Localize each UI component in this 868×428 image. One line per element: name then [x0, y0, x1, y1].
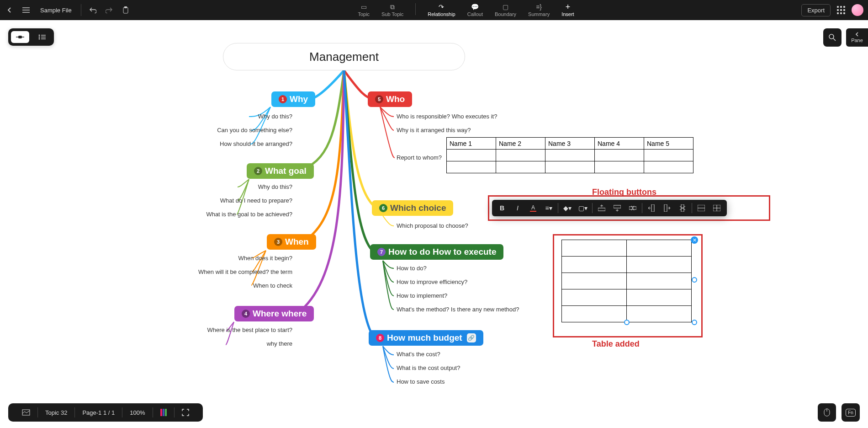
sub-when-2[interactable]: When will it be completed? the term	[151, 268, 292, 275]
new-table[interactable]	[561, 240, 692, 322]
branch-howdo[interactable]: 7How to do How to execute	[370, 244, 503, 260]
svg-point-6	[829, 34, 834, 39]
border-button[interactable]: ▢▾	[577, 202, 589, 214]
apps-grid-icon[interactable]	[837, 6, 845, 14]
insert-row-below-button[interactable]	[611, 202, 624, 214]
insert-row-above-button[interactable]	[595, 202, 608, 214]
sub-who-1[interactable]: Who is responsible? Who executes it?	[397, 113, 497, 120]
sub-goal-2[interactable]: What do I need to prepare?	[174, 197, 292, 204]
svg-rect-8	[614, 205, 621, 208]
sub-why-2[interactable]: Can you do something else?	[174, 127, 292, 134]
font-color-button[interactable]: A	[527, 202, 540, 214]
canvas[interactable]: Pane Management 1Why	[0, 20, 868, 428]
delete-col-button[interactable]	[676, 202, 689, 214]
sub-why-1[interactable]: Why do this?	[196, 113, 292, 120]
sub-who-3[interactable]: Report to whom?	[397, 154, 442, 161]
tool-subtopic[interactable]: ⧉ Sub Topic	[381, 3, 403, 17]
outline-view-button[interactable]	[33, 31, 51, 43]
resize-handle-corner[interactable]	[692, 320, 697, 325]
svg-rect-10	[651, 204, 654, 212]
tool-callout[interactable]: 💬 Callout	[467, 3, 483, 17]
svg-point-3	[39, 35, 40, 36]
insert-icon: +	[563, 3, 572, 11]
connector-lines	[0, 43, 640, 409]
sub-howdo-1[interactable]: How to do?	[397, 265, 427, 272]
relationship-icon: ↷	[437, 3, 446, 11]
fill-button[interactable]: ◆▾	[561, 202, 574, 214]
sub-when-1[interactable]: When does it begin?	[183, 255, 292, 262]
panel-toggle[interactable]: Pane	[846, 28, 868, 47]
boundary-icon: ▢	[501, 3, 510, 11]
bold-button[interactable]: B	[496, 202, 508, 214]
insert-col-right-button[interactable]	[661, 202, 673, 214]
mouse-settings-button[interactable]	[818, 403, 836, 422]
sub-where-1[interactable]: Where is the best place to start?	[160, 326, 292, 333]
clipboard-icon[interactable]	[121, 5, 131, 15]
sub-when-3[interactable]: When to check	[196, 282, 292, 289]
fn-button[interactable]: Fn	[842, 403, 860, 422]
status-bar: Topic 32 Page-1 1 / 1 100%	[8, 403, 203, 422]
resize-handle-right[interactable]	[692, 277, 697, 283]
sub-who-2[interactable]: Why is it arranged this way?	[397, 127, 471, 134]
sub-howdo-3[interactable]: How to implement?	[397, 292, 447, 299]
tool-summary[interactable]: ≡} Summary	[528, 3, 550, 17]
svg-rect-1	[124, 6, 127, 8]
sub-howdo-4[interactable]: What's the method? Is there any new meth…	[397, 306, 519, 313]
mindmap-view-button[interactable]	[11, 31, 29, 43]
branch-where[interactable]: 4Where where	[234, 306, 314, 321]
branch-goal[interactable]: 2What goal	[247, 163, 314, 179]
delete-row-button[interactable]	[626, 202, 639, 214]
file-title: Sample File	[40, 7, 72, 14]
topic-icon: ▭	[359, 3, 368, 11]
names-table[interactable]: Name 1Name 2Name 3Name 4Name 5	[446, 137, 693, 173]
split-cells-button[interactable]	[710, 202, 723, 214]
svg-rect-2	[18, 36, 22, 38]
table-close-icon[interactable]: ✕	[691, 236, 698, 244]
tool-insert[interactable]: + Insert	[561, 3, 574, 17]
svg-point-5	[39, 38, 40, 40]
sub-goal-1[interactable]: Why do this?	[196, 183, 292, 190]
attachment-icon[interactable]: 🔗	[467, 333, 476, 342]
topic-count[interactable]: Topic 32	[38, 403, 74, 422]
top-toolbar: Sample File ▭ Topic ⧉ Sub Topic ↷ Relati…	[0, 0, 868, 20]
theme-colors[interactable]	[153, 403, 174, 422]
sub-budget-3[interactable]: How to save costs	[397, 378, 445, 385]
tool-boundary[interactable]: ▢ Boundary	[495, 3, 516, 17]
sub-where-2[interactable]: why there	[201, 340, 292, 347]
floating-toolbar: B I A ≡▾ ◆▾ ▢▾	[492, 200, 727, 216]
svg-point-4	[39, 37, 40, 38]
align-button[interactable]: ≡▾	[542, 202, 555, 214]
tool-relationship[interactable]: ↷ Relationship	[428, 3, 455, 17]
undo-icon[interactable]	[88, 5, 98, 15]
view-toggle	[8, 28, 54, 46]
subtopic-icon: ⧉	[388, 3, 397, 11]
back-icon[interactable]	[5, 5, 15, 15]
search-button[interactable]	[823, 28, 842, 47]
italic-button[interactable]: I	[511, 202, 524, 214]
merge-cells-button[interactable]	[695, 202, 708, 214]
redo-icon[interactable]	[104, 5, 114, 15]
avatar[interactable]	[852, 4, 863, 16]
resize-handle-bottom[interactable]	[624, 320, 630, 325]
zoom-level[interactable]: 100%	[122, 403, 152, 422]
branch-when[interactable]: 3When	[267, 234, 316, 250]
sub-why-3[interactable]: How should it be arranged?	[174, 140, 292, 147]
sub-howdo-2[interactable]: How to improve efficiency?	[397, 278, 467, 285]
branch-why[interactable]: 1Why	[271, 91, 315, 107]
sub-budget-1[interactable]: What's the cost?	[397, 351, 440, 358]
branch-who[interactable]: 5Who	[368, 91, 412, 107]
tool-topic[interactable]: ▭ Topic	[358, 3, 370, 17]
page-indicator[interactable]: Page-1 1 / 1	[75, 403, 122, 422]
export-button[interactable]: Export	[801, 4, 831, 16]
sub-budget-2[interactable]: What is the cost output?	[397, 364, 460, 371]
branch-choice[interactable]: 6Which choice	[372, 200, 453, 216]
sub-goal-3[interactable]: What is the goal to be achieved?	[160, 211, 292, 218]
fullscreen-icon[interactable]	[175, 403, 196, 422]
menu-icon[interactable]	[21, 5, 31, 15]
insert-col-left-button[interactable]	[645, 202, 658, 214]
svg-rect-7	[598, 208, 605, 211]
branch-budget[interactable]: 8How much budget🔗	[369, 330, 483, 346]
sitemap-icon[interactable]	[15, 403, 37, 422]
sub-choice-1[interactable]: Which proposal to choose?	[397, 222, 468, 229]
root-topic[interactable]: Management	[223, 43, 465, 70]
